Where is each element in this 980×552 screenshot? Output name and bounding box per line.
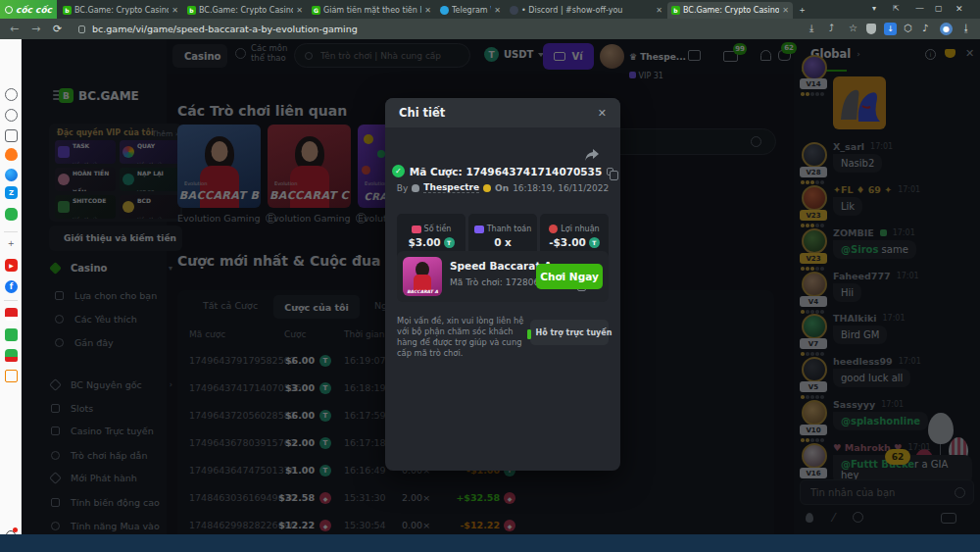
browser-toolbar: ← → ⟳ bc.game/vi/game/speed-baccarat-a-b…: [0, 19, 980, 39]
tab-close-icon[interactable]: ✕: [494, 6, 501, 15]
share-icon[interactable]: [585, 149, 599, 161]
windows-taskbar: ∧ ENG 5:03 PM11/16/2022: [0, 534, 980, 552]
browser-tab[interactable]: bBC.Game: Crypto Casino Gam✕: [183, 2, 307, 19]
window-maximize-button[interactable]: ▢: [935, 4, 943, 13]
favicon: G: [312, 6, 320, 15]
reload-button[interactable]: ⟳: [53, 23, 62, 35]
verified-check-icon: ✓: [392, 165, 405, 177]
coins-icon: [549, 225, 558, 233]
tab-close-icon[interactable]: ✕: [172, 6, 178, 15]
tab-close-icon[interactable]: ✕: [424, 6, 431, 15]
bet-id-row: ✓ Mã Cược: 1749643741714070535: [385, 165, 620, 177]
modal-title: Chi tiết: [399, 106, 445, 120]
share-icon[interactable]: ⤴: [829, 23, 834, 33]
tab-close-icon[interactable]: ✕: [782, 6, 789, 15]
extension-icon[interactable]: ⬡: [904, 23, 912, 33]
card-icon: [474, 226, 484, 233]
facebook-icon[interactable]: f: [5, 280, 18, 293]
settings-gear-icon[interactable]: [5, 88, 18, 101]
coccoc-icon: [5, 6, 13, 14]
copy-icon[interactable]: [607, 168, 613, 176]
media-icon[interactable]: ♪: [922, 23, 928, 33]
user-icon: [412, 184, 419, 192]
shop-icon[interactable]: [5, 328, 18, 341]
coccoc-browser-logo[interactable]: cốc cốc: [0, 0, 57, 19]
games-icon[interactable]: [5, 208, 18, 221]
browser-tab[interactable]: bBC.Game: Crypto Casino Gam✕: [59, 2, 182, 19]
bcgame-favicon: b: [63, 6, 72, 15]
tab-close-icon[interactable]: ✕: [656, 6, 662, 15]
profile-icon[interactable]: ●: [940, 23, 953, 35]
history-icon[interactable]: [5, 109, 18, 122]
hot-flame-icon[interactable]: [5, 148, 18, 161]
money-icon: [412, 226, 421, 233]
forward-button[interactable]: →: [31, 23, 40, 35]
add-shortcut-icon[interactable]: ＋: [6, 236, 16, 250]
youtube-icon[interactable]: ▶: [5, 259, 18, 272]
browser-tab[interactable]: • Discord | #show-off-you✕: [506, 2, 666, 19]
browser-tab-active[interactable]: bBC.Game: Crypto Casino Gam✕: [667, 2, 793, 19]
video-download-icon[interactable]: ↓: [884, 23, 897, 35]
screen: B BC.GAME Đặc quyền VIP của tôi Thêm › T…: [0, 0, 980, 552]
new-tab-button[interactable]: ＋: [798, 4, 807, 17]
bcgame-favicon: b: [671, 6, 680, 15]
notification-dot: [13, 527, 18, 532]
support-note: Mọi vấn đề, xin vui lòng liên hệ với bộ …: [397, 316, 526, 359]
address-bar[interactable]: bc.game/vi/game/speed-baccarat-a-by-evol…: [92, 24, 358, 34]
divider: [4, 231, 18, 232]
browser-tab-strip: cốc cốc bBC.Game: Crypto Casino Gam✕ bBC…: [0, 0, 980, 19]
bet-meta-row: By Thespectre On 16:18:19, 16/11/2022: [385, 182, 620, 193]
modal-game-card: BACCARAT A Speed Baccarat A Mã Trò chơi:…: [397, 251, 609, 302]
game-thumbnail: BACCARAT A: [403, 257, 442, 296]
telegram-favicon: [440, 6, 449, 15]
bet-username[interactable]: Thespectre: [423, 182, 479, 193]
browser-tab[interactable]: GGiảm tiền mặt theo tiến hóa✕: [308, 2, 435, 19]
back-button[interactable]: ←: [10, 23, 19, 35]
usdt-coin-icon: T: [589, 237, 600, 248]
window-minimize-button[interactable]: —: [915, 3, 924, 13]
sale-event-icon[interactable]: [5, 308, 18, 321]
snap-icon[interactable]: ⇱: [893, 4, 900, 13]
medal-icon: [483, 184, 491, 192]
bet-datetime: 16:18:19, 16/11/2022: [513, 183, 609, 193]
bcgame-favicon: b: [187, 6, 196, 15]
bookmark-star-icon[interactable]: ☆: [849, 23, 858, 33]
search-tabs-icon[interactable]: ▾: [872, 4, 876, 13]
browser-tab[interactable]: Telegram Web✕: [436, 2, 505, 19]
downloads-icon[interactable]: ⭳: [961, 23, 971, 33]
window-close-button[interactable]: ✕: [956, 4, 963, 14]
bet-details-modal: Chi tiết ✕ ✓ Mã Cược: 174964374171407053…: [385, 98, 620, 471]
messenger-icon[interactable]: [5, 169, 18, 181]
discord-favicon: [510, 6, 518, 15]
modal-header: Chi tiết ✕: [385, 98, 620, 127]
zalo-icon[interactable]: Z: [5, 186, 18, 199]
lock-icon: [78, 25, 85, 33]
divider: [4, 300, 18, 301]
play-now-button[interactable]: Chơi Ngay: [536, 264, 603, 289]
adblock-shield-icon[interactable]: [866, 24, 876, 34]
cart-icon[interactable]: [5, 370, 18, 382]
thumb-title: BACCARAT A: [403, 289, 442, 294]
coccoc-sidebar: Z ＋ ▶ f …: [0, 39, 22, 534]
usdt-coin-icon: T: [444, 237, 455, 248]
modal-close-icon[interactable]: ✕: [598, 107, 607, 120]
feed-icon[interactable]: [5, 129, 18, 142]
live-support-button[interactable]: Hỗ trợ trực tuyến: [530, 320, 609, 345]
promo-hat-icon[interactable]: [5, 349, 18, 362]
headset-icon: [527, 329, 531, 336]
save-page-icon[interactable]: ⤓: [809, 23, 813, 34]
tab-close-icon[interactable]: ✕: [296, 6, 303, 15]
